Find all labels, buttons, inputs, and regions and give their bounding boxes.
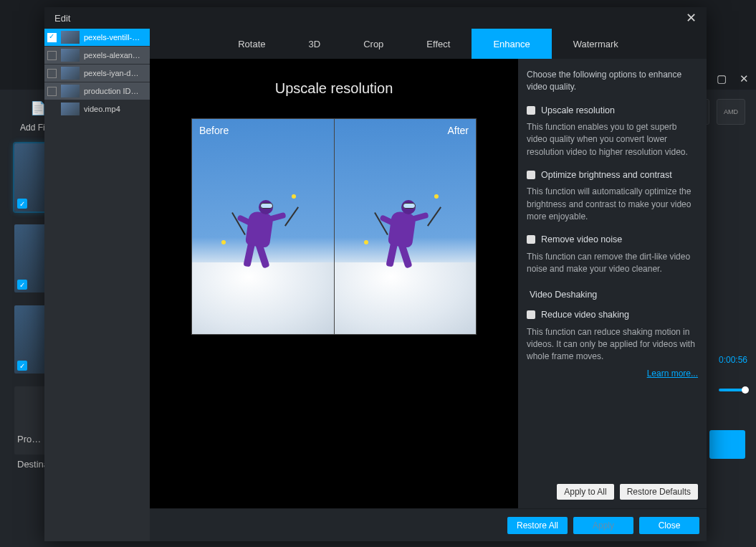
file-checkbox[interactable] [47,51,57,60]
file-checkbox[interactable] [47,87,57,96]
edit-modal: Edit ✕ pexels-ventill-… pexels-alexan… p… [44,7,707,541]
modal-titlebar: Edit ✕ [44,7,707,29]
modal-title: Edit [54,13,70,24]
tab-rotate[interactable]: Rotate [216,29,287,59]
bg-slider[interactable] [719,389,747,391]
tab-effect[interactable]: Effect [405,29,472,59]
noise-desc: This function can remove the dirt-like v… [527,251,698,276]
panel-buttons: Apply to All Restore Defaults [527,484,698,500]
apply-button[interactable]: Apply [573,517,633,534]
optimize-desc: This function will automatically optimiz… [527,186,698,223]
file-name: video.mp4 [84,105,120,113]
close-icon[interactable]: ✕ [686,10,697,26]
noise-checkbox[interactable] [527,235,535,244]
skier-icon [227,194,299,287]
tab-crop[interactable]: Crop [342,29,405,59]
upscale-row: Upscale resolution [527,104,698,117]
file-name: pexels-ventill-… [84,33,140,42]
file-name: pexels-alexan… [84,51,140,60]
restore-all-button[interactable]: Restore All [507,517,568,534]
file-item-4[interactable]: video.mp4 [44,100,150,118]
bg-timestamp: 0:00:56 [719,355,747,365]
after-label: After [447,125,469,136]
deshake-row: Reduce video shaking [527,308,698,321]
options-intro: Choose the following options to enhance … [527,69,698,94]
file-checkbox[interactable] [47,33,57,42]
amd-label: AMD [724,108,738,115]
upscale-desc: This function enables you to get superb … [527,121,698,158]
noise-row: Remove video noise [527,233,698,246]
file-thumb [61,67,80,80]
deshake-checkbox[interactable] [527,310,535,319]
apply-to-all-button[interactable]: Apply to All [557,484,613,500]
preview-box: Before After [191,118,477,335]
skier-icon [370,194,441,287]
preview-after: After [334,119,476,334]
preview-before: Before [192,119,334,334]
learn-more-link[interactable]: Learn more... [527,368,698,380]
file-name: pexels-iyan-d… [84,69,138,77]
check-icon: ✓ [17,280,27,290]
close-button[interactable]: Close [639,517,699,534]
restore-defaults-button[interactable]: Restore Defaults [620,484,698,500]
file-thumb [61,31,80,44]
before-label: Before [199,125,229,136]
optimize-checkbox[interactable] [527,171,535,179]
file-item-2[interactable]: pexels-iyan-d… [44,65,150,82]
deshake-label: Reduce video shaking [541,308,629,321]
main-column: Rotate 3D Crop Effect Enhance Watermark … [150,29,707,541]
tab-3d[interactable]: 3D [287,29,343,59]
bg-convert-button[interactable] [709,430,745,459]
deshake-desc: This function can reduce shaking motion … [527,326,698,363]
file-thumb [61,103,80,115]
deshake-section-title: Video Deshaking [530,288,698,301]
bg-close-icon[interactable]: ✕ [740,72,749,85]
file-item-1[interactable]: pexels-alexan… [44,47,150,64]
file-thumb [61,85,80,97]
preview-pane: Upscale resolution Before [150,59,518,508]
file-item-0[interactable]: pexels-ventill-… [44,29,150,46]
check-icon: ✓ [17,361,27,371]
optimize-label: Optimize brightness and contrast [541,168,672,181]
file-item-3[interactable]: production ID… [44,82,150,100]
check-icon: ✓ [17,199,27,209]
file-name: production ID… [84,87,138,95]
bg-profile-label: Pro… [17,434,41,444]
options-panel: Choose the following options to enhance … [518,59,707,508]
tab-watermark[interactable]: Watermark [552,29,640,59]
file-list: pexels-ventill-… pexels-alexan… pexels-i… [44,29,150,541]
file-checkbox[interactable] [47,69,57,78]
amd-button[interactable]: AMD [717,99,745,125]
upscale-checkbox[interactable] [527,106,535,115]
file-thumb [61,49,80,62]
modal-footer: Restore All Apply Close [150,508,707,541]
optimize-row: Optimize brightness and contrast [527,168,698,181]
bg-maximize-icon[interactable]: ▢ [717,72,727,85]
tabs: Rotate 3D Crop Effect Enhance Watermark [150,29,707,59]
upscale-label: Upscale resolution [541,104,615,117]
tab-enhance[interactable]: Enhance [472,29,551,59]
noise-label: Remove video noise [541,233,622,246]
preview-title: Upscale resolution [275,80,393,97]
